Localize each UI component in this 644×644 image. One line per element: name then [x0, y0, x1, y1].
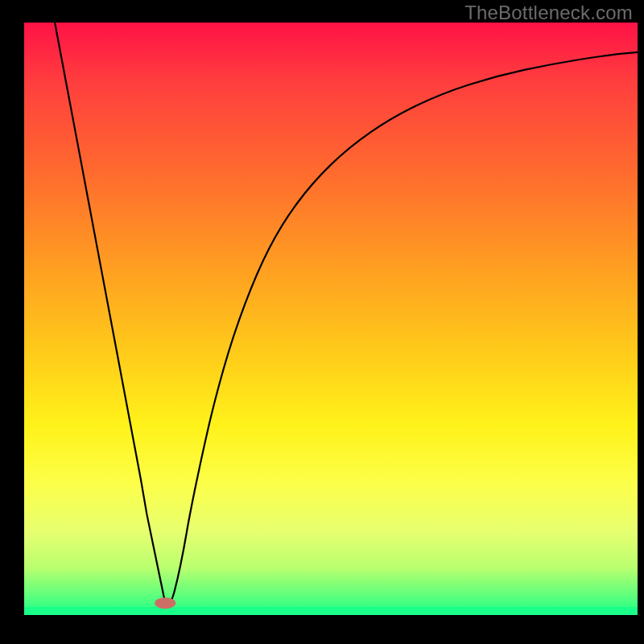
plot-background — [24, 23, 638, 615]
watermark-text: TheBottleneck.com — [464, 2, 633, 24]
chart-frame: TheBottleneck.com — [0, 0, 644, 644]
green-bottom-strip — [24, 607, 638, 615]
minimum-marker — [155, 597, 175, 609]
bottleneck-chart — [0, 0, 644, 644]
